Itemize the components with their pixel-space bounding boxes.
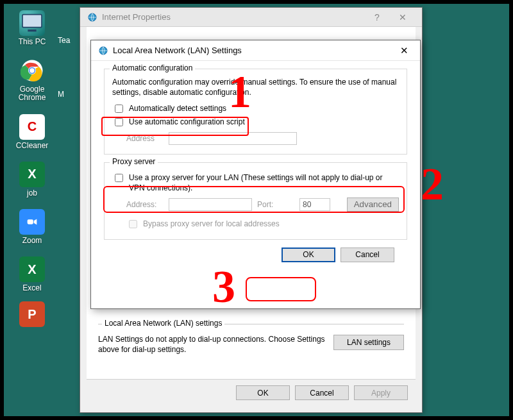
svg-rect-1 [28, 29, 36, 31]
cancel-button[interactable]: Cancel [341, 248, 394, 262]
annotation-box-3 [246, 277, 316, 301]
desktop-icon-label: Zoom [22, 237, 42, 245]
lan-settings-section: Local Area Network (LAN) settings LAN Se… [98, 319, 404, 355]
window-title: Internet Properties [102, 12, 171, 22]
svg-point-4 [29, 68, 35, 73]
svg-rect-0 [22, 15, 42, 28]
automatic-configuration-group: Automatic configuration Automatic config… [104, 69, 407, 155]
desktop-icon-powerpoint[interactable]: P [13, 301, 51, 327]
desktop-icon-label: Excel [22, 284, 41, 292]
desktop-icons: This PC Google Chrome C CCleaner X job Z… [13, 10, 51, 327]
desktop-icon-job[interactable]: X job [13, 162, 51, 197]
desktop-icon-excel[interactable]: X Excel [13, 256, 51, 292]
chrome-icon [19, 58, 45, 83]
fieldset-legend: Local Area Network (LAN) settings [102, 319, 224, 328]
desktop-icon-label: Google Chrome [19, 85, 46, 102]
desktop: This PC Google Chrome C CCleaner X job Z… [3, 3, 510, 417]
excel-icon: X [19, 256, 45, 282]
annotation-box-2 [103, 186, 405, 213]
svg-rect-5 [28, 219, 33, 224]
desktop-icon-ccleaner[interactable]: C CCleaner [13, 114, 51, 150]
close-button[interactable]: ✕ [390, 12, 416, 22]
close-button[interactable]: ✕ [394, 45, 414, 56]
desktop-icon-this-pc[interactable]: This PC [13, 10, 51, 46]
ok-button[interactable]: OK [282, 248, 335, 262]
annotation-box-1 [101, 117, 249, 136]
auto-detect-label[interactable]: Automatically detect settings [129, 104, 226, 114]
desktop-icon-zoom[interactable]: Zoom [13, 209, 51, 245]
ip-footer: OK Cancel Apply [87, 379, 416, 406]
bypass-checkbox [129, 220, 137, 228]
internet-options-icon [87, 12, 98, 23]
this-pc-icon [19, 10, 45, 36]
desktop-partial-label: M [58, 90, 64, 99]
window-title: Local Area Network (LAN) Settings [113, 46, 242, 55]
excel-file-icon: X [19, 162, 45, 187]
group-legend: Automatic configuration [110, 63, 195, 72]
group-legend: Proxy server [110, 157, 158, 166]
apply-button[interactable]: Apply [354, 385, 408, 400]
lan-footer: OK Cancel [104, 248, 407, 271]
help-button[interactable]: ? [364, 12, 390, 22]
desktop-icon-label: CCleaner [16, 142, 49, 150]
window-titlebar[interactable]: Local Area Network (LAN) Settings ✕ [91, 40, 420, 61]
ok-button[interactable]: OK [236, 385, 290, 400]
lan-settings-window: Local Area Network (LAN) Settings ✕ Auto… [90, 40, 421, 309]
desktop-icon-label: job [27, 189, 37, 197]
window-titlebar[interactable]: Internet Properties ? ✕ [80, 8, 422, 27]
desktop-icon-label: This PC [19, 38, 46, 46]
auto-detect-checkbox[interactable] [115, 105, 123, 113]
cancel-button[interactable]: Cancel [295, 385, 349, 400]
auto-config-description: Automatic configuration may override man… [112, 77, 399, 97]
desktop-icon-chrome[interactable]: Google Chrome [13, 58, 51, 102]
bypass-label: Bypass proxy server for local addresses [143, 219, 280, 228]
powerpoint-icon: P [19, 301, 45, 327]
use-proxy-checkbox[interactable] [115, 174, 123, 182]
annotation-number-2: 2 [421, 158, 444, 211]
internet-options-icon [97, 45, 109, 56]
desktop-partial-label: Tea [58, 36, 70, 45]
ccleaner-icon: C [19, 114, 45, 140]
lan-settings-button[interactable]: LAN settings [333, 335, 404, 350]
lan-settings-text: LAN Settings do not apply to dial-up con… [98, 335, 327, 355]
zoom-icon [19, 209, 45, 235]
